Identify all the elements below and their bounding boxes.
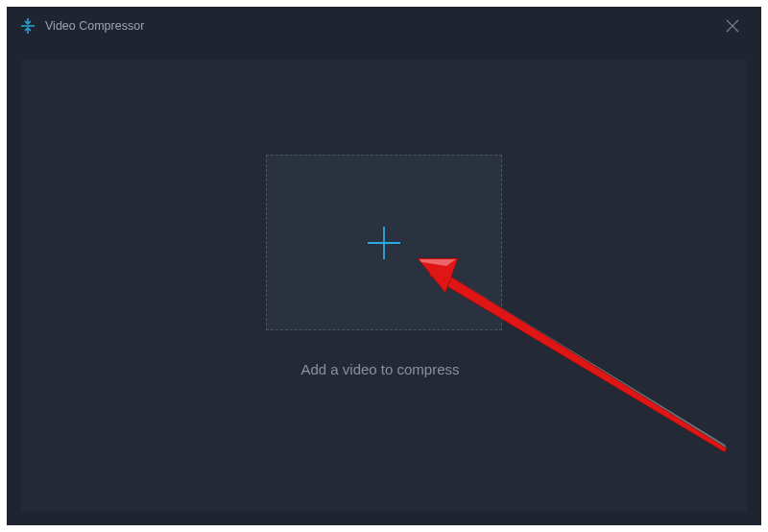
app-window: Video Compressor Add a video to compress	[7, 7, 761, 525]
instruction-label: Add a video to compress	[300, 361, 459, 377]
titlebar: Video Compressor	[7, 7, 761, 45]
main-content: Add a video to compress	[21, 60, 747, 511]
plus-icon	[366, 225, 402, 261]
close-button[interactable]	[721, 14, 744, 37]
compress-icon	[20, 18, 36, 34]
app-title: Video Compressor	[45, 19, 144, 33]
add-video-dropzone[interactable]	[266, 155, 502, 330]
close-icon	[726, 19, 739, 33]
title-left: Video Compressor	[20, 18, 144, 34]
